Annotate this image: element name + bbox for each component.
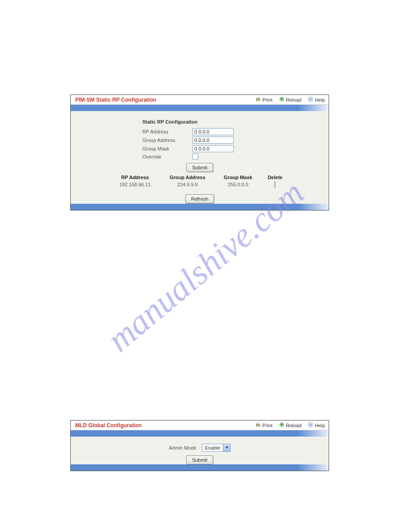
help-button[interactable]: ? Help [308, 422, 325, 429]
admin-mode-select[interactable]: Enable [202, 444, 231, 452]
divider-bar-top [71, 430, 329, 437]
reload-label: Reload [286, 97, 302, 103]
print-label: Print [262, 423, 273, 428]
refresh-button[interactable]: Refresh [185, 194, 214, 203]
row-rp-address: RP Address [142, 128, 324, 135]
row-override: Override [142, 154, 324, 159]
th-delete: Delete [261, 174, 289, 181]
reload-label: Reload [286, 423, 302, 428]
panel-title: MLD Global Configuration [75, 422, 249, 429]
submit-button[interactable]: Submit [186, 163, 213, 172]
help-button[interactable]: ? Help [308, 96, 325, 103]
section-title: Static RP Configuration [142, 119, 324, 124]
print-label: Print [262, 97, 273, 103]
svg-marker-14 [225, 446, 229, 449]
printer-icon [255, 422, 261, 429]
svg-text:?: ? [309, 423, 312, 427]
help-icon: ? [308, 96, 313, 103]
group-mask-input[interactable] [193, 145, 234, 152]
reload-icon [279, 96, 285, 103]
td-group-mask: 255.0.0.0 [215, 181, 261, 188]
svg-rect-1 [257, 97, 259, 99]
panel-body: Static RP Configuration RP Address Group… [71, 111, 329, 210]
help-label: Help [315, 97, 325, 103]
svg-rect-8 [257, 423, 259, 424]
reload-button[interactable]: Reload [279, 96, 302, 103]
delete-checkbox[interactable] [274, 181, 275, 188]
panel-body: Admin Mode Enable Submit [71, 444, 329, 464]
row-group-mask: Group Mask [142, 145, 324, 152]
help-label: Help [315, 423, 325, 428]
divider-bar-bottom [71, 204, 329, 210]
static-rp-table: RP Address Group Address Group Mask Dele… [110, 174, 289, 188]
reload-icon [279, 422, 285, 429]
print-button[interactable]: Print [255, 96, 273, 103]
override-checkbox[interactable] [193, 154, 198, 159]
svg-rect-2 [257, 100, 259, 101]
rp-address-input[interactable] [193, 128, 234, 135]
label-override: Override [142, 154, 193, 159]
label-admin-mode: Admin Mode [169, 445, 197, 450]
td-rp-address: 192.168.66.11 [110, 181, 160, 188]
row-group-address: Group Address [142, 137, 324, 144]
th-group-address: Group Address [160, 174, 215, 181]
pim-sm-static-rp-panel: PIM-SM Static RP Configuration Print Rel… [70, 94, 329, 210]
mld-global-config-panel: MLD Global Configuration Print Reload ? … [70, 420, 329, 471]
group-address-input[interactable] [193, 137, 234, 144]
td-group-address: 224.9.9.9 [160, 181, 215, 188]
row-admin-mode: Admin Mode Enable [71, 444, 329, 452]
svg-text:?: ? [309, 98, 312, 102]
submit-button[interactable]: Submit [186, 455, 213, 464]
panel-title: PIM-SM Static RP Configuration [75, 97, 249, 103]
label-rp-address: RP Address [142, 129, 193, 134]
svg-rect-9 [257, 425, 259, 426]
reload-button[interactable]: Reload [279, 422, 302, 429]
table-row: 192.168.66.11 224.9.9.9 255.0.0.0 [110, 181, 289, 188]
print-button[interactable]: Print [255, 422, 273, 429]
panel-titlebar: PIM-SM Static RP Configuration Print Rel… [71, 95, 329, 105]
help-icon: ? [308, 422, 313, 429]
th-rp-address: RP Address [110, 174, 160, 181]
chevron-down-icon [223, 444, 230, 451]
label-group-address: Group Address [142, 137, 193, 143]
label-group-mask: Group Mask [142, 146, 193, 151]
divider-bar-bottom [71, 464, 329, 471]
th-group-mask: Group Mask [215, 174, 261, 181]
select-value: Enable [202, 445, 223, 450]
table-header-row: RP Address Group Address Group Mask Dele… [110, 174, 289, 181]
panel-titlebar: MLD Global Configuration Print Reload ? … [71, 420, 329, 430]
printer-icon [255, 96, 261, 103]
divider-bar-top [71, 105, 329, 111]
